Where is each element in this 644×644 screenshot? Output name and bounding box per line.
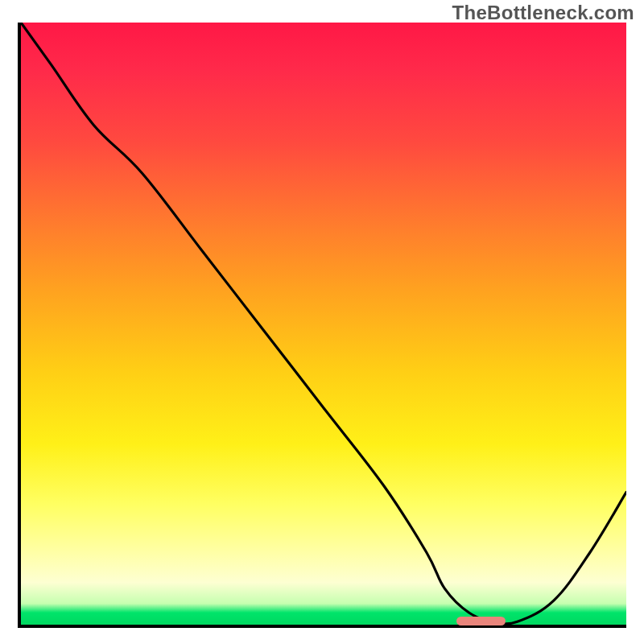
watermark-text: TheBottleneck.com — [452, 2, 634, 24]
chart-container: TheBottleneck.com — [0, 0, 644, 644]
optimal-range-marker — [456, 617, 505, 625]
bottleneck-curve — [21, 23, 626, 625]
plot-area — [18, 23, 626, 628]
